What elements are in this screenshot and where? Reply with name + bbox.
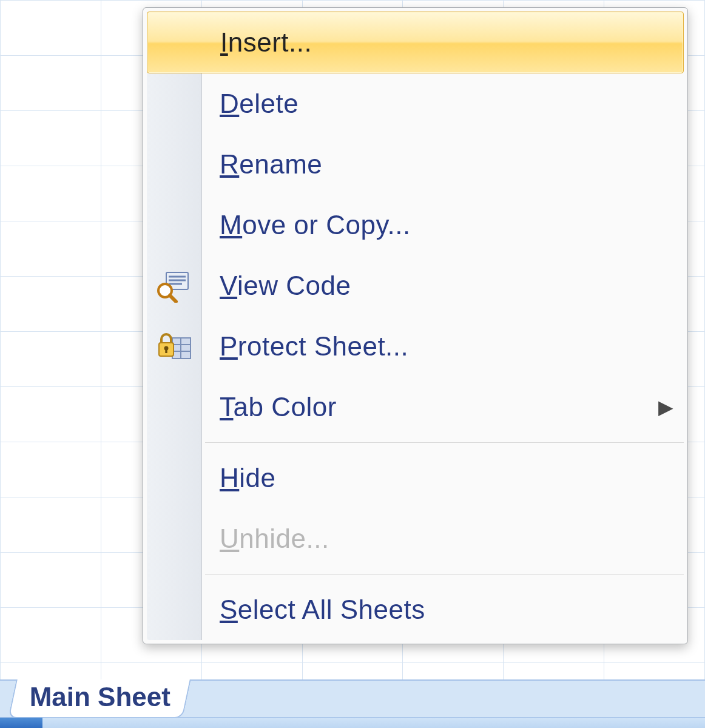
menu-item-insert[interactable]: Insert... [147,12,684,73]
protect-icon [147,329,201,363]
menu-item-viewcode[interactable]: View Code [147,255,684,316]
menu-item-rename[interactable]: Rename [147,134,684,195]
menu-item-tabcolor[interactable]: Tab Color▶ [147,377,684,437]
menu-item-protect[interactable]: Protect Sheet... [147,316,684,377]
menu-item-move[interactable]: Move or Copy... [147,195,684,255]
sheet-context-menu: Insert...DeleteRenameMove or Copy...View… [143,7,688,644]
menu-separator [205,442,684,443]
menu-item-label: Insert... [202,27,647,58]
menu-item-unhide: Unhide... [147,508,684,569]
menu-item-label: Select All Sheets [201,595,647,625]
status-bar-accent [0,718,42,728]
menu-item-label: Rename [201,149,647,180]
menu-item-label: Hide [201,463,647,493]
menu-item-label: Delete [201,89,647,119]
menu-item-hide[interactable]: Hide [147,448,684,508]
menu-item-label: Tab Color [201,392,647,422]
sheet-tab-label: Main Sheet [30,679,170,715]
menu-separator [205,574,684,575]
menu-item-delete[interactable]: Delete [147,73,684,134]
menu-item-selall[interactable]: Select All Sheets [147,579,684,640]
menu-item-label: Protect Sheet... [201,331,647,362]
menu-item-label: Unhide... [201,524,647,554]
menu-item-label: Move or Copy... [201,210,647,240]
sheet-tab-main[interactable]: Main Sheet [8,679,191,718]
status-bar [0,717,705,728]
menu-item-label: View Code [201,271,647,301]
submenu-arrow-icon: ▶ [647,396,684,419]
view-code-icon [147,269,201,303]
sheet-tab-bar: Main Sheet [0,679,705,718]
